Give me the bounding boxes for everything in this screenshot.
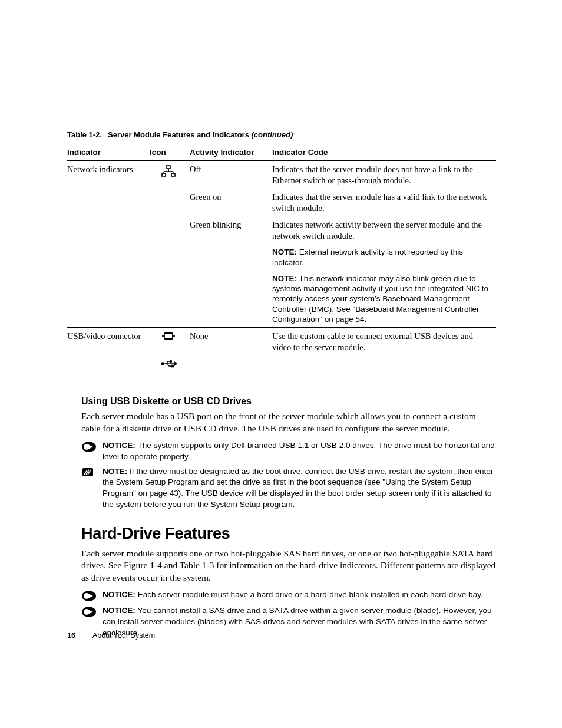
io-port-icon [150, 332, 187, 340]
notice-label: NOTICE: [103, 590, 135, 599]
cell-code: Use the custom cable to connect external… [272, 328, 496, 356]
table-row: Green blinking Indicates network activit… [67, 216, 496, 244]
table-row: NOTE: External network activity is not r… [67, 244, 496, 271]
indicator-table: Indicator Icon Activity Indicator Indica… [67, 144, 496, 371]
note-text-block: NOTE: If the drive must be designated as… [103, 466, 496, 510]
usb-icon [150, 360, 187, 368]
cell-code: Indicates network activity between the s… [272, 216, 496, 244]
page-footer: 16 About Your System [67, 631, 155, 640]
notice-text-block: NOTICE: You cannot install a SAS drive a… [103, 605, 496, 638]
document-page: Table 1-2.Server Module Features and Ind… [0, 0, 562, 728]
cell-activity: Off [190, 161, 272, 189]
footer-divider [84, 632, 84, 639]
svg-rect-0 [167, 166, 170, 169]
svg-rect-14 [171, 365, 173, 367]
cell-code: Indicates that the server module has a v… [272, 189, 496, 216]
th-code: Indicator Code [272, 144, 496, 161]
cell-activity: None [190, 328, 272, 356]
notice-icon [81, 606, 97, 618]
table-caption-title: Server Module Features and Indicators [108, 130, 251, 139]
table-row [67, 355, 496, 371]
table-caption: Table 1-2.Server Module Features and Ind… [67, 130, 496, 139]
body-paragraph: Each server module has a USB port on the… [81, 410, 496, 434]
notice-text: The system supports only Dell-branded US… [103, 441, 495, 461]
table-caption-continued: (continued) [251, 130, 293, 139]
notice-callout: NOTICE: Each server module must have a h… [81, 589, 496, 602]
th-indicator: Indicator [67, 144, 150, 161]
notice-label: NOTICE: [103, 441, 135, 450]
note-text: This network indicator may also blink gr… [272, 274, 488, 324]
subsection-heading-usb: Using USB Diskette or USB CD Drives [81, 396, 496, 407]
cell-icon [150, 355, 190, 371]
th-activity: Activity Indicator [190, 144, 272, 161]
table-row: USB/video connector None Use the custom … [67, 328, 496, 356]
page-number: 16 [67, 631, 75, 640]
notice-label: NOTICE: [103, 606, 135, 615]
cell-indicator: USB/video connector [67, 328, 150, 356]
notice-text-block: NOTICE: The system supports only Dell-br… [103, 440, 496, 463]
network-icon [150, 165, 187, 177]
svg-marker-12 [174, 362, 177, 365]
cell-code: Indicates that the server module does no… [272, 161, 496, 189]
notice-icon [81, 590, 97, 602]
cell-activity: Green on [190, 189, 272, 216]
table-row: Network indicators Of [67, 161, 496, 189]
note-label: NOTE: [103, 467, 127, 476]
note-label: NOTE: [272, 248, 297, 256]
th-icon: Icon [150, 144, 190, 161]
cell-indicator: Network indicators [67, 161, 150, 189]
note-callout: NOTE: If the drive must be designated as… [81, 466, 496, 510]
note-icon [81, 467, 97, 479]
cell-note: NOTE: This network indicator may also bl… [272, 271, 496, 328]
notice-callout: NOTICE: The system supports only Dell-br… [81, 440, 496, 463]
svg-rect-7 [164, 333, 173, 339]
cell-icon [150, 328, 190, 356]
notice-icon [81, 441, 97, 453]
note-text: External network activity is not reporte… [272, 248, 463, 266]
svg-point-13 [170, 361, 171, 363]
svg-rect-6 [171, 173, 175, 176]
footer-section-title: About Your System [92, 631, 155, 640]
svg-rect-5 [162, 173, 166, 176]
table-row: NOTE: This network indicator may also bl… [67, 271, 496, 328]
body-paragraph: Each server module supports one or two h… [81, 548, 496, 584]
table-row: Green on Indicates that the server modul… [67, 189, 496, 216]
notice-text: Each server module must have a hard driv… [135, 590, 483, 599]
notice-text-block: NOTICE: Each server module must have a h… [103, 589, 483, 601]
cell-activity: Green blinking [190, 216, 272, 244]
table-header-row: Indicator Icon Activity Indicator Indica… [67, 144, 496, 161]
notice-text: You cannot install a SAS drive and a SAT… [103, 606, 492, 637]
section-heading-hdd: Hard-Drive Features [81, 525, 496, 543]
note-label: NOTE: [272, 274, 297, 283]
note-text: If the drive must be designated as the b… [103, 467, 493, 509]
cell-note: NOTE: External network activity is not r… [272, 244, 496, 271]
cell-icon [150, 161, 190, 189]
table-caption-number: Table 1-2. [67, 130, 102, 139]
